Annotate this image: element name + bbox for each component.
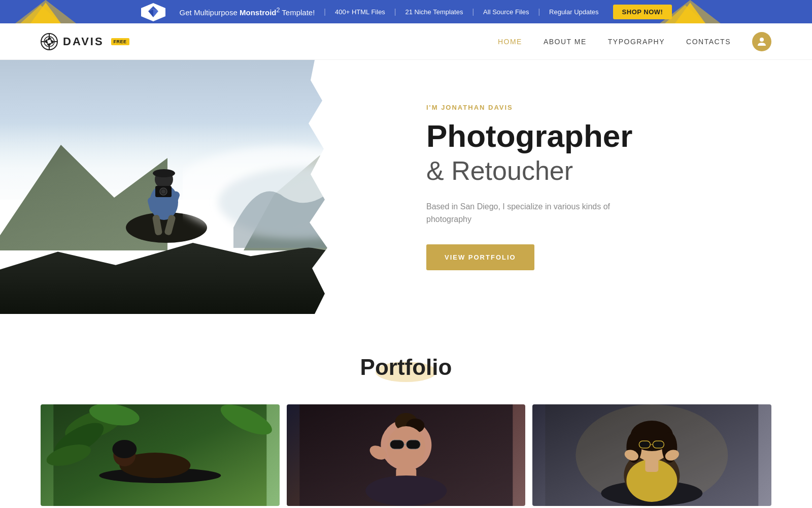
top-banner: Get Multipurpose Monstroid2 Template! | … — [0, 0, 812, 23]
nav-link-typography[interactable]: TYPOGRAPHY — [608, 38, 665, 46]
svg-rect-63 — [646, 459, 659, 472]
banner-feature-3: All Source Files — [483, 8, 529, 16]
svg-point-25 — [161, 189, 165, 194]
banner-feature-2: 21 Niche Templates — [405, 8, 463, 16]
nav-link-home[interactable]: HOME — [498, 38, 522, 46]
avatar[interactable] — [752, 32, 771, 51]
svg-rect-45 — [390, 440, 404, 449]
svg-rect-61 — [653, 441, 664, 448]
svg-marker-1 — [20, 5, 61, 23]
portfolio-title: Portfolio — [360, 355, 452, 380]
banner-sep-2: | — [394, 8, 396, 16]
banner-feature-4: Regular Updates — [549, 8, 599, 16]
hero-section: I'M JONATHAN DAVIS Photographer & Retouc… — [0, 60, 812, 314]
portfolio-image-3 — [532, 404, 771, 506]
banner-deco-left — [15, 0, 76, 23]
logo-area: DAVIS FREE — [41, 33, 498, 50]
nav-link-about[interactable]: ABOUT ME — [544, 38, 587, 46]
svg-point-20 — [153, 169, 175, 177]
svg-rect-46 — [406, 440, 420, 449]
hero-subtitle: I'M JONATHAN DAVIS — [426, 104, 782, 111]
hero-title-light: & Retoucher — [426, 156, 782, 185]
hero-text: I'M JONATHAN DAVIS Photographer & Retouc… — [386, 60, 812, 314]
hero-title-bold: Photographer — [426, 119, 782, 152]
logo-name: DAVIS — [63, 35, 104, 48]
portfolio-card-1[interactable] — [41, 404, 280, 506]
banner-sep-4: | — [538, 8, 540, 16]
nav-item-home[interactable]: HOME — [498, 37, 522, 46]
banner-feature-1: 400+ HTML Files — [335, 8, 385, 16]
svg-point-49 — [365, 475, 447, 506]
svg-point-16 — [760, 38, 764, 42]
portfolio-image-2 — [287, 404, 526, 506]
banner-sep-1: | — [324, 8, 326, 16]
portfolio-title-wrap: Portfolio — [360, 355, 452, 380]
svg-marker-0 — [15, 0, 76, 23]
svg-rect-60 — [639, 441, 651, 448]
nav-item-contacts[interactable]: CONTACTS — [686, 37, 731, 46]
shop-now-button[interactable]: SHOP NOW! — [613, 5, 672, 19]
monstroid-logo-icon — [140, 2, 166, 21]
navbar: DAVIS FREE HOME ABOUT ME TYPOGRAPHY CONT… — [0, 23, 812, 60]
logo-icon — [41, 33, 58, 50]
svg-marker-5 — [675, 3, 705, 23]
nav-item-about[interactable]: ABOUT ME — [544, 37, 587, 46]
portfolio-card-2[interactable] — [287, 404, 526, 506]
portfolio-grid — [41, 404, 771, 506]
svg-point-37 — [112, 440, 137, 458]
portfolio-image-1 — [41, 404, 280, 506]
hero-description: Based in San Diego, I specialize in vari… — [426, 200, 619, 226]
nav-links: HOME ABOUT ME TYPOGRAPHY CONTACTS — [498, 37, 731, 46]
view-portfolio-button[interactable]: VIEW PORTFOLIO — [426, 244, 534, 270]
banner-sep-3: | — [472, 8, 474, 16]
svg-marker-2 — [30, 3, 61, 23]
hero-image — [0, 60, 386, 314]
banner-logo — [140, 2, 166, 21]
banner-promo-text: Get Multipurpose Monstroid2 Template! — [180, 7, 315, 17]
portfolio-section: Portfolio — [0, 314, 812, 508]
nav-link-contacts[interactable]: CONTACTS — [686, 38, 731, 46]
free-badge: FREE — [111, 38, 129, 45]
avatar-icon — [756, 36, 768, 48]
nav-item-typography[interactable]: TYPOGRAPHY — [608, 37, 665, 46]
portfolio-card-3[interactable] — [532, 404, 771, 506]
